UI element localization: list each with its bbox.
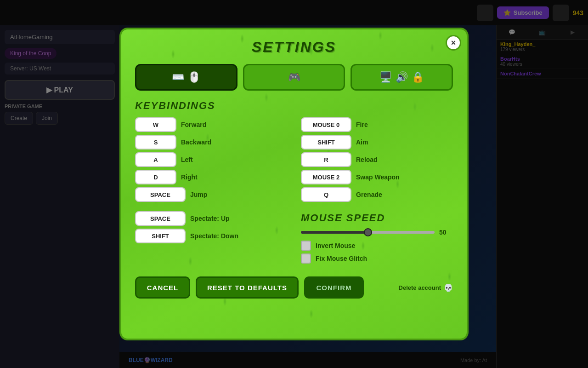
delete-account-label: Delete account	[399, 284, 441, 291]
tab-gamepad[interactable]: 🎮	[243, 64, 345, 91]
key-label-shift: Aim	[356, 138, 368, 146]
keyboard-icon: ⌨️	[172, 71, 184, 83]
reset-button[interactable]: Reset to Defaults	[196, 276, 299, 299]
sound-icon: 🔊	[396, 71, 408, 83]
close-button[interactable]: ×	[446, 35, 461, 51]
key-label-space: Jump	[190, 191, 207, 198]
checkbox-row-invert: Invert Mouse	[301, 241, 453, 251]
settings-title: SETTINGS	[135, 39, 453, 56]
tab-display[interactable]: 🖥️ 🔊 🔒	[351, 64, 453, 91]
key-label-spectate-down: Spectate: Down	[190, 232, 238, 240]
key-badge-shift[interactable]: SHIFT	[301, 135, 351, 150]
key-badge-d[interactable]: D	[135, 170, 176, 184]
key-label-mouse2: Swap Weapon	[356, 173, 400, 181]
key-badge-q[interactable]: Q	[301, 187, 351, 202]
key-badge-w[interactable]: W	[135, 117, 176, 132]
key-label-spectate-up: Spectate: Up	[190, 215, 230, 222]
key-badge-space[interactable]: SPACE	[135, 187, 186, 202]
key-badge-mouse0[interactable]: MOUSE 0	[301, 117, 351, 132]
mouse-speed-section: MOUSE SPEED 50 Invert Mouse	[301, 212, 453, 266]
key-label-a: Left	[181, 156, 193, 163]
cancel-button[interactable]: Cancel	[135, 276, 190, 299]
fix-mouse-label: Fix Mouse Glitch	[316, 255, 367, 262]
binding-row-s: S Backward	[135, 135, 287, 150]
key-badge-spectate-up[interactable]: SPACE	[135, 211, 186, 226]
key-badge-spectate-down[interactable]: SHIFT	[135, 229, 186, 243]
key-label-mouse0: Fire	[356, 121, 368, 128]
binding-row-q: Q Grenade	[301, 187, 453, 202]
binding-row-spectate-up: SPACE Spectate: Up	[135, 211, 287, 226]
key-badge-r[interactable]: R	[301, 152, 351, 167]
key-label-s: Backward	[181, 138, 211, 146]
invert-mouse-label: Invert Mouse	[316, 242, 355, 249]
key-label-d: Right	[181, 173, 198, 181]
tab-row: ⌨️ 🖱️ 🎮 🖥️ 🔊 🔒	[135, 64, 453, 91]
settings-modal: × SETTINGS ⌨️ 🖱️ 🎮 🖥️ 🔊 🔒 KEYBINDINGS	[119, 28, 469, 340]
binding-column-left: W Forward S Backward A Left D Right SPAC…	[135, 117, 287, 266]
binding-row-shift: SHIFT Aim	[301, 135, 453, 150]
key-label-r: Reload	[356, 156, 378, 163]
slider-value: 50	[439, 229, 453, 236]
key-label-q: Grenade	[356, 191, 382, 198]
bindings-grid: W Forward S Backward A Left D Right SPAC…	[135, 117, 453, 266]
binding-row-spectate-down: SHIFT Spectate: Down	[135, 229, 287, 243]
slider-fill	[301, 231, 368, 234]
binding-row-w: W Forward	[135, 117, 287, 132]
mouse-speed-title: MOUSE SPEED	[301, 212, 453, 224]
gamepad-icon: 🎮	[288, 71, 300, 83]
lock-icon: 🔒	[412, 71, 424, 83]
slider-thumb[interactable]	[364, 228, 372, 236]
mouse-icon: 🖱️	[188, 71, 200, 83]
binding-row-mouse2: MOUSE 2 Swap Weapon	[301, 170, 453, 184]
binding-row-r: R Reload	[301, 152, 453, 167]
monitor-icon: 🖥️	[379, 71, 392, 83]
binding-row-a: A Left	[135, 152, 287, 167]
checkbox-row-fix: Fix Mouse Glitch	[301, 253, 453, 264]
skull-icon: 💀	[444, 283, 453, 292]
invert-mouse-checkbox[interactable]	[301, 241, 311, 251]
binding-column-right: MOUSE 0 Fire SHIFT Aim R Reload MOUSE 2 …	[301, 117, 453, 266]
binding-row-d: D Right	[135, 170, 287, 184]
key-badge-a[interactable]: A	[135, 152, 176, 167]
bottom-button-row: Cancel Reset to Defaults Confirm Delete …	[135, 276, 453, 299]
slider-track[interactable]	[301, 231, 435, 234]
delete-account-button[interactable]: Delete account 💀	[399, 283, 453, 292]
keybindings-title: KEYBINDINGS	[135, 100, 453, 112]
fix-mouse-checkbox[interactable]	[301, 253, 311, 264]
confirm-button[interactable]: Confirm	[304, 276, 364, 299]
binding-row-space: SPACE Jump	[135, 187, 287, 202]
key-label-w: Forward	[181, 121, 206, 128]
key-badge-mouse2[interactable]: MOUSE 2	[301, 170, 351, 184]
modal-overlay: × SETTINGS ⌨️ 🖱️ 🎮 🖥️ 🔊 🔒 KEYBINDINGS	[0, 0, 588, 368]
key-badge-s[interactable]: S	[135, 135, 176, 150]
binding-row-mouse0: MOUSE 0 Fire	[301, 117, 453, 132]
slider-row: 50	[301, 229, 453, 236]
tab-keyboard[interactable]: ⌨️ 🖱️	[135, 64, 237, 91]
